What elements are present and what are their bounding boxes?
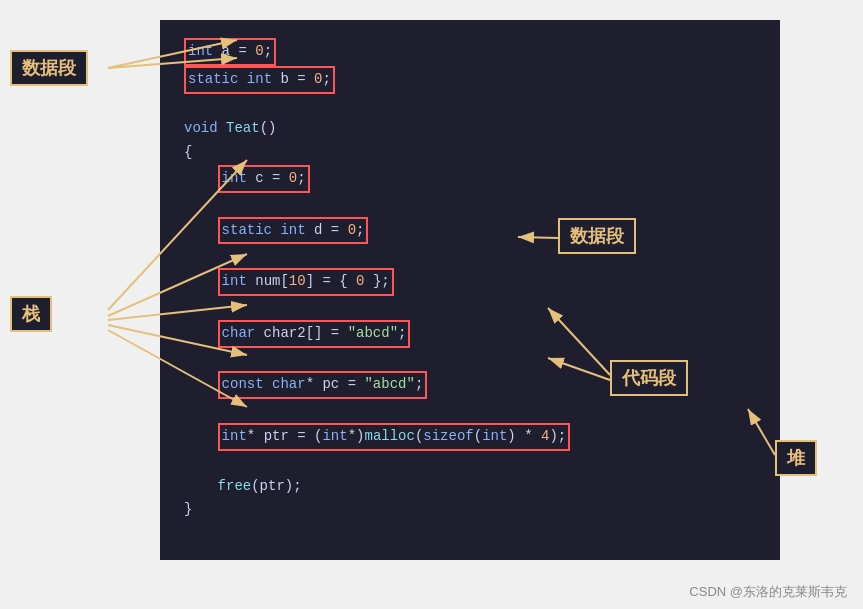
watermark: CSDN @东洛的克莱斯韦克 xyxy=(689,583,847,601)
code-line-2: static int b = 0; xyxy=(184,66,756,94)
code-line-15 xyxy=(184,399,756,423)
code-line-8: static int d = 0; xyxy=(184,217,756,245)
code-line-16: int* ptr = (int*)malloc(sizeof(int) * 4)… xyxy=(184,423,756,451)
code-line-1: int a = 0; xyxy=(184,38,756,66)
label-stack: 栈 xyxy=(10,296,52,332)
code-line-4: void Teat() xyxy=(184,117,756,141)
label-datasegment-left: 数据段 xyxy=(10,50,88,86)
code-line-7 xyxy=(184,193,756,217)
code-line-5: { xyxy=(184,141,756,165)
label-datasegment-right: 数据段 xyxy=(558,218,636,254)
code-line-11 xyxy=(184,296,756,320)
code-line-3 xyxy=(184,94,756,118)
code-line-9 xyxy=(184,244,756,268)
code-line-12: char char2[] = "abcd"; xyxy=(184,320,756,348)
code-line-18: free(ptr); xyxy=(184,475,756,499)
code-line-10: int num[10] = { 0 }; xyxy=(184,268,756,296)
code-line-19: } xyxy=(184,498,756,522)
label-heap: 堆 xyxy=(775,440,817,476)
code-panel: int a = 0; static int b = 0; void Teat()… xyxy=(160,20,780,560)
code-line-17 xyxy=(184,451,756,475)
main-container: int a = 0; static int b = 0; void Teat()… xyxy=(0,0,863,609)
label-codesegment: 代码段 xyxy=(610,360,688,396)
code-line-6: int c = 0; xyxy=(184,165,756,193)
